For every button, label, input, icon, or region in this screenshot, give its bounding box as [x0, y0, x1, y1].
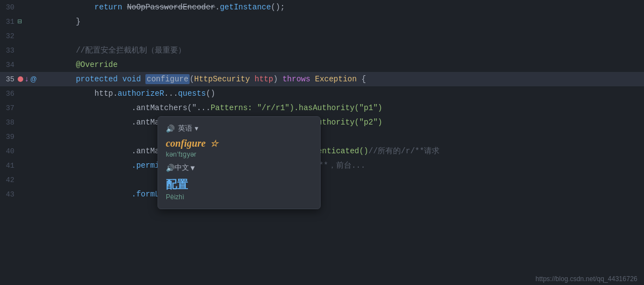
code-indent-wide [39, 161, 132, 170]
gutter-row-39: 39 [0, 129, 39, 144]
parens-semicolon: (); [271, 3, 285, 12]
ellipsis: ... [164, 89, 178, 98]
method-quests: quests [178, 89, 206, 98]
code-indent [39, 190, 132, 199]
popup-word-text: configure [166, 138, 206, 149]
speaker-en-icon[interactable]: 🔊 [166, 125, 175, 133]
line-number-36: 36 [0, 90, 18, 98]
line-number-33: 33 [0, 46, 18, 55]
gutter-row-33: 33 [0, 43, 39, 58]
popup-lang-en-label: 英语 [178, 123, 192, 133]
line-number-32: 32 [0, 32, 18, 40]
empty-line-39 [39, 132, 43, 141]
popup-pinyin: Pèizhì [166, 193, 312, 201]
line-gutter: 30 31 ⊟ 32 33 34 35 ↓ [0, 0, 39, 285]
code-indent [39, 60, 76, 69]
gutter-icons-35: ↓ @ [18, 75, 39, 84]
code-line-32 [39, 29, 644, 43]
gutter-row-42: 42 [0, 173, 39, 187]
dot: . [215, 3, 219, 12]
gutter-row-31: 31 ⊟ [0, 14, 39, 29]
gutter-row-30: 30 [0, 0, 39, 14]
ellipsis2: ... [197, 103, 211, 112]
debug-breakpoint-icon [18, 76, 23, 82]
code-line-38: .antMatchers(" ... Patterns: "/r/r2").ha… [39, 115, 644, 129]
editor-container: 30 31 ⊟ 32 33 34 35 ↓ [0, 0, 644, 285]
line-number-40: 40 [0, 147, 18, 156]
star-icon[interactable]: ☆ [210, 138, 218, 149]
line-number-31: 31 [0, 18, 18, 26]
gutter-row-32: 32 [0, 29, 39, 43]
gutter-row-35: 35 ↓ @ [0, 72, 39, 86]
code-line-31: } [39, 14, 644, 29]
line-number-39: 39 [0, 133, 18, 141]
comment-zh-33: //配置安全拦截机制（最重要） [76, 45, 186, 55]
line-number-43: 43 [0, 190, 18, 199]
bookmark-icon: ⊟ [18, 17, 22, 26]
code-line-33: //配置安全拦截机制（最重要） [39, 43, 644, 58]
popup-lang-zh-label: 中文 [175, 163, 189, 173]
str-patterns-1: Patterns: "/r/r1").hasAuthority("p1") [211, 103, 383, 112]
gutter-row-38: 38 [0, 115, 39, 129]
line-number-37: 37 [0, 104, 18, 112]
code-indent [39, 46, 76, 55]
gutter-row-36: 36 [0, 86, 39, 101]
parens: () [206, 89, 216, 98]
method-authorizer: authorizeR [118, 89, 164, 98]
popup-translation-zh: 配置 [166, 177, 312, 192]
method-getinstance: getInstance [220, 3, 271, 12]
code-line-36: http. authorizeR ... quests () [39, 86, 644, 101]
code-line-35: protected void configure ( HttpSecurity … [39, 72, 644, 86]
open-paren: ( [190, 75, 194, 84]
code-line-34: @Override [39, 58, 644, 72]
dot-antmatchers: .antMatchers(" [132, 103, 197, 112]
code-indent [39, 75, 76, 84]
keyword-void: void [122, 75, 145, 84]
annotation-override: @Override [76, 60, 118, 69]
http-var: http. [95, 89, 118, 98]
popup-lang-zh-row: 🔊 中文 ▼ [166, 163, 312, 173]
speaker-zh-icon[interactable]: 🔊 [166, 164, 175, 172]
popup-lang-en-arrow[interactable]: ▼ [193, 125, 200, 132]
code-line-37: .antMatchers(" ... Patterns: "/r/r1").ha… [39, 101, 644, 115]
popup-lang-en-row: 🔊 英语 ▼ [166, 123, 312, 133]
code-indent-wide [39, 118, 132, 127]
class-exception: Exception [315, 75, 357, 84]
code-line-39 [39, 129, 644, 144]
param-http: http [255, 75, 274, 84]
code-editor[interactable]: return NoOpPasswordEncoder . getInstance… [39, 0, 644, 285]
code-indent-wide [39, 103, 132, 112]
class-httpsecurity: HttpSecurity [194, 75, 250, 84]
close-brace: } [76, 17, 80, 26]
method-configure: configure [145, 74, 190, 84]
line-number-35: 35 [0, 75, 18, 84]
keyword-protected: protected [76, 75, 122, 84]
class-nooppasswordencoder: NoOpPasswordEncoder [127, 3, 216, 12]
gutter-row-37: 37 [0, 101, 39, 115]
line-number-30: 30 [0, 3, 18, 12]
keyword-throws: throws [282, 75, 315, 84]
code-line-42 [39, 173, 644, 187]
code-line-41: .permitAll() //除了/r/**，前台... [39, 158, 644, 173]
line-number-41: 41 [0, 162, 18, 170]
code-line-30: return NoOpPasswordEncoder . getInstance… [39, 0, 644, 14]
csdn-url: https://blog.csdn.net/qq_44316726 [536, 275, 637, 283]
code-line-40: .antMatchers(" ... Patterns: "/r/**").au… [39, 144, 644, 158]
bottom-bar: https://blog.csdn.net/qq_44316726 [529, 273, 644, 285]
space [250, 75, 254, 84]
code-indent [39, 3, 95, 12]
code-indent [39, 17, 76, 26]
code-line-43: .formLogin() //允许表单登录 [39, 187, 644, 201]
popup-lang-zh-arrow[interactable]: ▼ [189, 164, 196, 172]
line-number-42: 42 [0, 176, 18, 184]
line-number-38: 38 [0, 118, 18, 127]
close-paren: ) [273, 75, 282, 84]
at-sign-icon: @ [30, 75, 36, 83]
popup-word-row: configure ☆ [166, 138, 312, 149]
comment-authenticated: //所有的/r/**请求 [369, 146, 440, 156]
line-number-34: 34 [0, 61, 18, 69]
gutter-icons-31: ⊟ [18, 17, 39, 26]
keyword-return: return [95, 3, 127, 12]
translation-popup[interactable]: 🔊 英语 ▼ configure ☆ kənˈfɪɡyər 🔊 中文 ▼ 配置 … [158, 116, 321, 209]
code-indent [39, 89, 95, 98]
